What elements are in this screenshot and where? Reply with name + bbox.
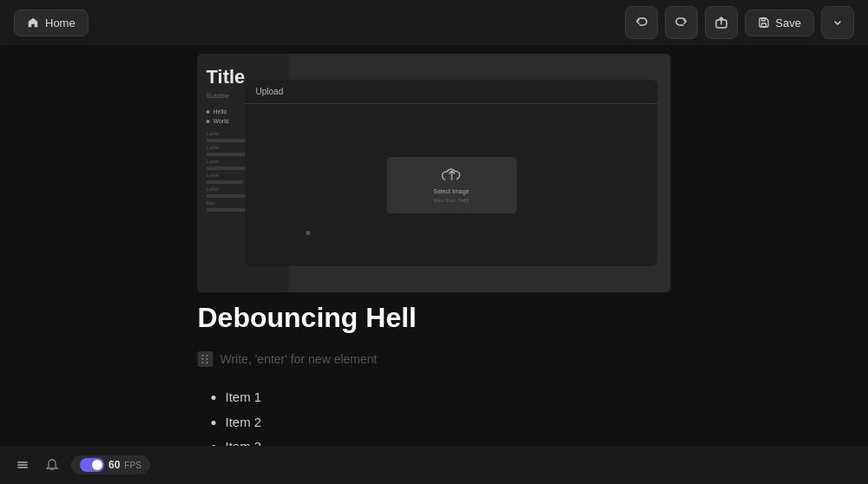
topbar-right-actions: Save [625,6,854,39]
redo-button[interactable] [665,6,698,39]
topbar: Home Save [0,0,868,45]
svg-rect-4 [17,464,28,466]
save-label: Save [775,16,801,29]
fps-badge: 60 FPS [71,455,150,474]
save-icon [758,16,770,29]
bell-icon [45,458,59,472]
canvas-preview: Title Subtitle Hello World Label Label L… [198,54,671,292]
drag-dots-icon [202,355,209,363]
upload-dot [306,231,311,235]
notifications-button[interactable] [42,455,62,475]
home-icon [27,16,39,29]
fps-label: FPS [124,461,141,470]
home-label: Home [45,16,76,29]
bottombar: 60 FPS [0,446,868,484]
more-options-button[interactable] [821,6,854,39]
layers-icon [16,458,30,472]
svg-rect-1 [762,23,766,27]
fps-value: 60 [108,459,120,471]
bottom-icon-1[interactable] [12,455,33,475]
svg-rect-2 [762,18,766,21]
svg-rect-5 [17,467,28,468]
upload-modal: Upload Select Image Max Size: 5MB [246,80,658,266]
svg-rect-3 [17,461,28,463]
page-title: Debouncing Hell [198,301,671,334]
home-button[interactable]: Home [14,10,89,36]
editor-content: Debouncing Hell Write, 'enter' for new e… [198,301,671,462]
upload-body: Select Image Max Size: 5MB [246,104,658,266]
drag-handle[interactable] [198,351,214,367]
fps-toggle[interactable] [80,458,104,472]
upload-header: Upload [246,80,658,104]
save-button[interactable]: Save [745,10,814,36]
upload-cloud-icon [441,167,462,185]
preview-dot-2 [207,120,210,123]
share-icon [714,16,728,29]
upload-dropzone[interactable]: Select Image Max Size: 5MB [386,157,516,213]
chevron-down-icon [832,16,844,29]
preview-inner: Title Subtitle Hello World Label Label L… [198,54,671,292]
upload-max-size: Max Size: 5MB [434,198,469,203]
editor-placeholder[interactable]: Write, 'enter' for new element [220,352,378,366]
undo-icon [635,16,648,29]
main-area: Title Subtitle Hello World Label Label L… [0,45,868,484]
redo-icon [674,16,688,29]
toggle-knob [92,460,102,470]
bullet-item-2: Item 2 [226,413,671,433]
bullet-item-1: Item 1 [226,388,671,408]
share-button[interactable] [705,6,738,39]
upload-select-text: Select Image [434,188,470,194]
preview-dot-1 [207,110,210,114]
editor-input-row: Write, 'enter' for new element [198,348,671,370]
undo-button[interactable] [625,6,658,39]
